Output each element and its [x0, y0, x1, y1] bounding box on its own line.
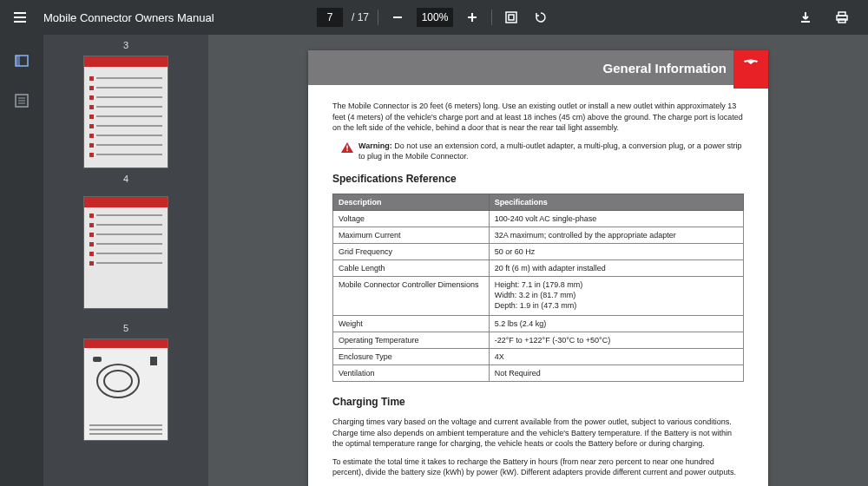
thumb-number: 3 — [123, 40, 128, 50]
charging-p1: Charging times vary based on the voltage… — [332, 417, 744, 450]
side-rail — [0, 35, 43, 486]
print-button[interactable] — [832, 7, 852, 28]
toolbar: Mobile Connector Owners Manual / 17 — [0, 0, 868, 35]
zoom-input[interactable] — [417, 8, 453, 27]
table-row: Enclosure Type4X — [333, 348, 744, 364]
table-row: Grid Frequency50 or 60 Hz — [333, 243, 744, 259]
th-description: Description — [333, 194, 490, 210]
outline-tab-icon[interactable] — [11, 90, 32, 111]
svg-rect-8 — [346, 145, 348, 148]
charging-p2: To estimate the total time it takes to r… — [332, 456, 744, 478]
thumbnail-3[interactable] — [83, 56, 168, 168]
table-row: Maximum Current32A maximum; controlled b… — [333, 227, 744, 243]
warning-text: Warning: Do not use an extension cord, a… — [358, 141, 744, 162]
page-input[interactable] — [317, 8, 343, 27]
intro-paragraph: The Mobile Connector is 20 feet (6 meter… — [332, 101, 744, 134]
table-row: Cable Length20 ft (6 m) with adapter ins… — [333, 259, 744, 276]
table-row: Operating Temperature-22°F to +122°F (-3… — [333, 332, 744, 348]
table-row: Mobile Connector Controller DimensionsHe… — [333, 276, 744, 315]
table-row: Weight5.2 lbs (2.4 kg) — [333, 315, 744, 332]
thumb-number: 4 — [123, 174, 128, 184]
svg-rect-6 — [16, 56, 20, 66]
thumbnails-tab-icon[interactable] — [11, 50, 32, 71]
thumb-number: 5 — [123, 323, 128, 333]
separator — [491, 10, 492, 25]
table-row: VentilationNot Required — [333, 364, 744, 381]
document-title: Mobile Connector Owners Manual — [43, 11, 214, 24]
document-viewer[interactable]: General Information The Mobile Connector… — [208, 35, 868, 486]
page-header-title: General Information — [602, 61, 727, 76]
separator — [378, 10, 378, 25]
svg-rect-4 — [838, 19, 845, 23]
tesla-logo-icon — [733, 50, 768, 89]
page-total: / 17 — [352, 11, 369, 23]
page: General Information The Mobile Connector… — [308, 50, 768, 486]
th-spec: Specifications — [489, 194, 743, 210]
warning-block: Warning: Do not use an extension cord, a… — [341, 141, 744, 162]
thumbnail-5[interactable] — [83, 338, 168, 441]
thumbnail-panel: 3 4 5 — [43, 35, 208, 486]
svg-rect-9 — [346, 149, 348, 151]
charging-heading: Charging Time — [332, 396, 744, 408]
warning-icon — [341, 141, 353, 162]
spec-heading: Specifications Reference — [332, 173, 744, 185]
zoom-in-button[interactable] — [462, 7, 483, 28]
spec-table: Description Specifications Voltage100-24… — [332, 194, 744, 382]
rotate-button[interactable] — [530, 7, 551, 28]
table-row: Voltage100-240 volt AC single-phase — [333, 210, 744, 227]
menu-icon[interactable] — [9, 6, 31, 29]
svg-rect-0 — [506, 12, 516, 23]
thumbnail-4[interactable] — [83, 196, 168, 309]
svg-rect-1 — [509, 15, 514, 20]
table-header-row: Description Specifications — [333, 194, 744, 210]
download-button[interactable] — [795, 7, 816, 28]
fit-page-button[interactable] — [501, 7, 522, 28]
page-header: General Information — [308, 50, 768, 85]
zoom-out-button[interactable] — [387, 7, 408, 28]
